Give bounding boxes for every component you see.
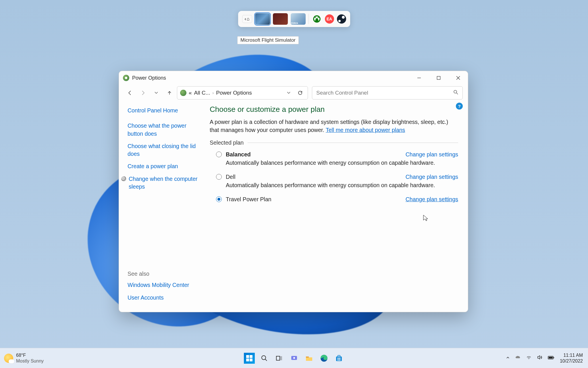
- close-button[interactable]: [448, 71, 468, 85]
- svg-rect-19: [338, 359, 339, 361]
- address-bar[interactable]: « All C... › Power Options: [177, 86, 308, 99]
- nav-back-button[interactable]: [124, 87, 136, 99]
- power-options-window: Power Options « All C.: [119, 71, 468, 312]
- taskbar-chat[interactable]: [288, 352, 300, 364]
- taskbar-explorer[interactable]: [303, 352, 315, 364]
- gamebar-thumb-forza[interactable]: [291, 13, 306, 25]
- svg-rect-18: [339, 358, 340, 359]
- power-options-icon: [123, 75, 129, 81]
- gamebar-thumb-flight-sim[interactable]: [255, 13, 270, 25]
- taskbar-search[interactable]: [258, 352, 270, 364]
- sidebar-user-accounts[interactable]: User Accounts: [128, 294, 202, 302]
- xbox-icon[interactable]: [312, 14, 322, 24]
- svg-rect-20: [339, 359, 340, 361]
- svg-rect-16: [338, 355, 340, 357]
- gamebar-thumb-game2[interactable]: [273, 13, 288, 25]
- navbar: « All C... › Power Options: [119, 85, 468, 101]
- selected-plan-label: Selected plan: [210, 139, 458, 146]
- change-settings-dell[interactable]: Change plan settings: [406, 174, 458, 180]
- radio-balanced[interactable]: [216, 152, 222, 157]
- page-description: A power plan is a collection of hardware…: [210, 118, 458, 134]
- arrow-left-icon: [127, 90, 133, 96]
- svg-line-8: [265, 359, 267, 361]
- svg-rect-9: [276, 356, 280, 360]
- plan-desc: Automatically balances performance with …: [226, 182, 458, 189]
- gamebar-tooltip: Microsoft Flight Simulator: [237, 36, 299, 44]
- plan-balanced: Balanced Change plan settings Automatica…: [216, 151, 458, 166]
- svg-rect-23: [554, 357, 554, 358]
- home-icon: ⌂: [247, 16, 250, 22]
- arrow-right-icon: [140, 90, 146, 96]
- ea-icon[interactable]: EA: [325, 14, 334, 24]
- svg-line-6: [456, 93, 458, 94]
- nav-recent-button[interactable]: [151, 87, 162, 99]
- change-settings-travel[interactable]: Change plan settings: [406, 196, 458, 203]
- maximize-button[interactable]: [429, 71, 448, 85]
- titlebar[interactable]: Power Options: [119, 71, 468, 85]
- tray-wifi-icon[interactable]: [526, 354, 532, 362]
- refresh-button[interactable]: [296, 88, 305, 97]
- breadcrumb-allcp[interactable]: All C...: [194, 90, 210, 96]
- nav-up-button[interactable]: [164, 87, 175, 99]
- maximize-icon: [437, 76, 441, 80]
- see-also-heading: See also: [128, 271, 202, 277]
- refresh-icon: [298, 90, 303, 95]
- tray-onedrive-icon[interactable]: [515, 354, 521, 362]
- breadcrumb-root[interactable]: «: [189, 90, 192, 96]
- close-icon: [456, 76, 460, 80]
- window-title: Power Options: [132, 75, 166, 81]
- taskbar-weather[interactable]: 68°F Mostly Sunny: [0, 352, 44, 363]
- sidebar-link-power-button[interactable]: Choose what the power button does: [128, 122, 202, 138]
- tray-overflow[interactable]: [506, 355, 510, 361]
- radio-dell[interactable]: [216, 174, 222, 180]
- weather-temp: 68°F: [16, 352, 44, 358]
- nav-forward-button[interactable]: [137, 87, 149, 99]
- taskbar-store[interactable]: [333, 352, 345, 364]
- chevron-down-icon: [154, 91, 159, 95]
- learn-more-link[interactable]: Tell me more about power plans: [326, 127, 405, 133]
- sidebar-home[interactable]: Control Panel Home: [128, 107, 202, 114]
- taskbar-taskview[interactable]: [273, 352, 285, 364]
- minimize-button[interactable]: [409, 71, 429, 85]
- svg-point-12: [293, 357, 295, 359]
- sidebar-link-sleep[interactable]: Change when the computer sleeps: [129, 175, 202, 191]
- taskbar: 68°F Mostly Sunny: [0, 348, 588, 368]
- address-dropdown-button[interactable]: [284, 88, 293, 97]
- svg-rect-17: [338, 358, 339, 359]
- gamebar-home-button[interactable]: ‹ ⌂: [242, 15, 252, 23]
- radio-travel[interactable]: [216, 196, 222, 202]
- sidebar-link-lid[interactable]: Choose what closing the lid does: [128, 142, 202, 158]
- sleep-icon: [121, 176, 126, 181]
- chevron-down-icon: [287, 91, 291, 95]
- change-settings-balanced[interactable]: Change plan settings: [406, 151, 458, 158]
- weather-icon: [4, 354, 13, 363]
- sidebar-mobility-center[interactable]: Windows Mobility Center: [128, 281, 202, 289]
- search-input[interactable]: [316, 90, 453, 96]
- search-box[interactable]: [312, 86, 463, 99]
- search-icon[interactable]: [453, 90, 458, 96]
- start-button[interactable]: [243, 352, 255, 364]
- chevron-left-icon: ‹: [245, 16, 246, 22]
- taskbar-edge[interactable]: [318, 352, 330, 364]
- minimize-icon: [417, 76, 421, 80]
- svg-point-7: [262, 356, 266, 360]
- svg-rect-10: [280, 356, 282, 360]
- chevron-right-icon: ›: [213, 91, 214, 95]
- help-button[interactable]: ?: [456, 103, 463, 110]
- gamebar-separator: [309, 14, 309, 24]
- address-icon: [180, 90, 186, 96]
- steam-icon[interactable]: [337, 14, 346, 24]
- content-pane: ? Choose or customize a power plan A pow…: [207, 101, 468, 312]
- breadcrumb-power[interactable]: Power Options: [216, 90, 252, 96]
- taskbar-clock[interactable]: 11:11 AM 10/27/2022: [560, 352, 583, 363]
- svg-point-5: [454, 90, 457, 93]
- svg-rect-13: [306, 356, 309, 358]
- sidebar: Control Panel Home Choose what the power…: [119, 101, 207, 312]
- sidebar-link-create-plan[interactable]: Create a power plan: [128, 162, 202, 170]
- weather-cond: Mostly Sunny: [16, 358, 44, 364]
- tray-volume-icon[interactable]: [537, 354, 543, 362]
- plan-name: Travel Power Plan: [226, 196, 271, 203]
- taskbar-center: [243, 352, 345, 364]
- game-bar: ‹ ⌂ EA: [238, 11, 350, 27]
- tray-battery-icon[interactable]: [548, 355, 555, 361]
